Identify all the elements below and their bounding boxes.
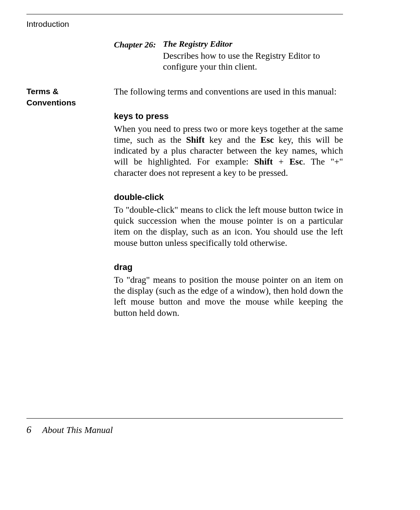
chapter-26-row: Chapter 26: The Registry Editor Describe… (26, 39, 343, 72)
keys-shift-1: Shift (186, 135, 205, 145)
keys-esc-1: Esc (261, 135, 274, 145)
chapter-26-line: Chapter 26: The Registry Editor Describe… (114, 39, 343, 72)
footer: 6 About This Manual (26, 424, 113, 435)
keys-esc-2: Esc (289, 156, 303, 166)
chapter-26-label: Chapter 26: (114, 40, 156, 49)
terms-intro: The following terms and conventions are … (114, 86, 343, 97)
chapter-26-desc: Describes how to use the Registry Editor… (163, 50, 343, 72)
keys-shift-2: Shift (254, 156, 273, 166)
dblclick-paragraph: To "double-click" means to click the lef… (114, 204, 343, 248)
chapter-26-title: The Registry Editor (163, 39, 343, 49)
terms-row: Terms & Conventions The following terms … (26, 86, 343, 318)
keys-paragraph: When you need to press two or more keys … (114, 123, 343, 178)
terms-body: The following terms and conventions are … (114, 86, 343, 318)
drag-paragraph: To "drag" means to position the mouse po… (114, 274, 343, 318)
bottom-rule (26, 418, 343, 419)
top-rule (26, 14, 343, 14)
page: Introduction Chapter 26: The Registry Ed… (0, 0, 420, 510)
keys-text-2: key and the (205, 135, 261, 145)
keys-plus: + (273, 156, 289, 166)
keys-heading: keys to press (114, 111, 343, 122)
dblclick-heading: double-click (114, 192, 343, 203)
running-head: Introduction (26, 19, 69, 29)
page-number: 6 (26, 424, 32, 435)
drag-heading: drag (114, 262, 343, 273)
terms-heading-line2: Conventions (26, 97, 114, 108)
content-area: Chapter 26: The Registry Editor Describe… (26, 39, 343, 318)
side-terms-label: Terms & Conventions (26, 86, 114, 108)
footer-title: About This Manual (42, 425, 113, 435)
terms-heading-line1: Terms & (26, 86, 114, 97)
chapter-26-body: Chapter 26: The Registry Editor Describe… (114, 39, 343, 72)
